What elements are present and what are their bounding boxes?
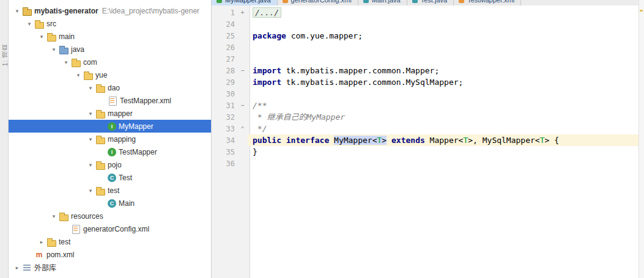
tree-item-mybatis-generator[interactable]: ▾mybatis-generatorE:\idea_project\mybati… (9, 4, 211, 17)
folder-icon (95, 186, 105, 196)
folder-src-icon (59, 45, 68, 54)
warning-stripe-mark-icon[interactable] (640, 10, 643, 12)
fold-marker-icon[interactable]: + (237, 9, 248, 16)
code-text: import tk.mybatis.mapper.common.Mapper; (248, 65, 644, 76)
code-line-25[interactable]: 25package com.yue.mapper; (212, 30, 644, 42)
code-line-30[interactable]: 30 (212, 88, 644, 100)
tree-item-Main[interactable]: CMain (9, 197, 211, 210)
tree-item-label: Main (119, 199, 135, 208)
tree-item-label: Test (119, 174, 132, 182)
code-line-31[interactable]: 31−/** (212, 100, 644, 111)
code-text: /** (248, 100, 644, 111)
tree-item-resources[interactable]: ▾resources (9, 210, 211, 222)
tree-item-label: com (83, 58, 97, 67)
chevron-down-icon[interactable]: ▾ (73, 72, 83, 78)
tree-item-test[interactable]: ▾test (9, 184, 211, 197)
line-number: 32 (212, 113, 237, 122)
class-icon: C (108, 199, 116, 208)
line-number: 31 (212, 101, 237, 110)
tree-item-label: java (71, 45, 84, 54)
tree-item-generatorConfig.xml[interactable]: generatorConfig.xml (9, 222, 211, 235)
tree-item-java[interactable]: ▾java (9, 43, 211, 56)
fold-marker-icon[interactable]: − (237, 67, 248, 74)
code-line-32[interactable]: 32 * 继承自己的MyMapper (212, 111, 644, 123)
tab-label: Main.java (372, 0, 401, 4)
code-line-33[interactable]: 33⌃ */ (212, 123, 644, 134)
chevron-down-icon[interactable]: ▾ (12, 8, 22, 14)
tree-item-mapper[interactable]: ▾mapper (9, 107, 211, 120)
line-number: 28 (212, 67, 237, 75)
chevron-down-icon[interactable]: ▾ (37, 34, 46, 40)
chevron-down-icon[interactable]: ▾ (86, 111, 95, 117)
code-line-28[interactable]: 28−import tk.mybatis.mapper.common.Mappe… (212, 65, 644, 76)
code-line-1[interactable]: 1+/.../ (212, 7, 644, 18)
code-text: public interface MyMapper<T> extends Map… (248, 134, 644, 146)
chevron-down-icon[interactable]: ▾ (86, 85, 95, 91)
line-number: 35 (212, 148, 237, 156)
tree-item-label: main (59, 32, 75, 41)
file-type-icon (459, 0, 464, 3)
chevron-down-icon[interactable]: ▾ (86, 188, 95, 194)
chevron-down-icon[interactable]: ▾ (49, 213, 59, 219)
folder-res-icon (59, 211, 68, 221)
file-type-icon (412, 0, 418, 3)
xml-icon (108, 96, 117, 106)
tree-item-mapping[interactable]: ▾mapping (9, 133, 211, 145)
folder-icon (71, 57, 81, 67)
tree-item-外部库[interactable]: ▸外部库 (9, 261, 211, 274)
code-line-27[interactable]: 27 (212, 53, 644, 65)
code-line-35[interactable]: 35} (212, 146, 644, 158)
tree-item-Test[interactable]: CTest (9, 171, 211, 184)
tab-Main.java[interactable]: Main.java (358, 0, 407, 5)
tree-item-main[interactable]: ▾main (9, 30, 211, 43)
tree-item-label: MyMapper (119, 122, 154, 131)
tree-item-pom.xml[interactable]: mpom.xml (9, 248, 211, 261)
tree-item-TestMapper[interactable]: ITestMapper (9, 145, 211, 158)
tree-item-test[interactable]: ▸test (9, 235, 211, 248)
file-type-icon (217, 0, 222, 3)
code-area[interactable]: 1+/.../2425package com.yue.mapper;262728… (212, 5, 644, 278)
tree-item-src[interactable]: ▾src (9, 17, 211, 30)
fold-marker-icon[interactable]: ⌃ (237, 125, 248, 132)
folder-icon (95, 83, 105, 93)
chevron-down-icon[interactable]: ▾ (86, 162, 95, 168)
code-text: /.../ (248, 7, 644, 18)
tree-item-pojo[interactable]: ▾pojo (9, 158, 211, 171)
code-line-34[interactable]: 34public interface MyMapper<T> extends M… (212, 134, 644, 146)
tab-label: generatorConfig.xml (291, 0, 352, 4)
line-number: 29 (212, 78, 237, 87)
code-line-36[interactable]: 36 (212, 158, 644, 169)
code-line-24[interactable]: 24 (212, 18, 644, 30)
maven-icon: m (34, 250, 44, 260)
tab-TestMapper.xml[interactable]: TestMapper.xml (454, 0, 521, 5)
tree-item-dao[interactable]: ▾dao (9, 81, 211, 94)
editor-scrollbar[interactable] (638, 0, 644, 278)
chevron-down-icon[interactable]: ▾ (61, 59, 71, 65)
chevron-down-icon[interactable]: ▾ (24, 21, 34, 27)
folder-icon (34, 19, 44, 29)
line-number: 34 (212, 136, 237, 145)
tab-MyMapper.java[interactable]: MyMapper.java (212, 0, 278, 5)
interface-icon: I (108, 148, 116, 156)
code-text (248, 42, 644, 53)
folder-icon (83, 70, 93, 80)
code-text: */ (248, 123, 644, 134)
tree-item-label: pom.xml (46, 251, 74, 259)
line-number: 36 (212, 159, 237, 168)
fold-marker-icon[interactable]: − (237, 102, 248, 109)
chevron-right-icon[interactable]: ▸ (12, 265, 22, 271)
code-line-26[interactable]: 26 (212, 42, 644, 53)
tree-item-com[interactable]: ▾com (9, 56, 211, 68)
tab-generatorConfig.xml[interactable]: generatorConfig.xml (278, 0, 358, 5)
tree-item-yue[interactable]: ▾yue (9, 68, 211, 81)
chevron-right-icon[interactable]: ▸ (37, 239, 46, 245)
tree-item-TestMapper.xml[interactable]: TestMapper.xml (9, 94, 211, 107)
code-line-29[interactable]: 29import tk.mybatis.mapper.common.MySqlM… (212, 76, 644, 88)
chevron-down-icon[interactable]: ▾ (86, 136, 95, 142)
chevron-down-icon[interactable]: ▾ (49, 46, 59, 53)
tab-Test.java[interactable]: Test.java (407, 0, 454, 5)
project-path: E:\idea_project\mybatis-gener (102, 7, 199, 15)
code-text: package com.yue.mapper; (248, 30, 644, 42)
line-number: 26 (212, 43, 237, 52)
tree-item-MyMapper[interactable]: IMyMapper (9, 120, 211, 133)
